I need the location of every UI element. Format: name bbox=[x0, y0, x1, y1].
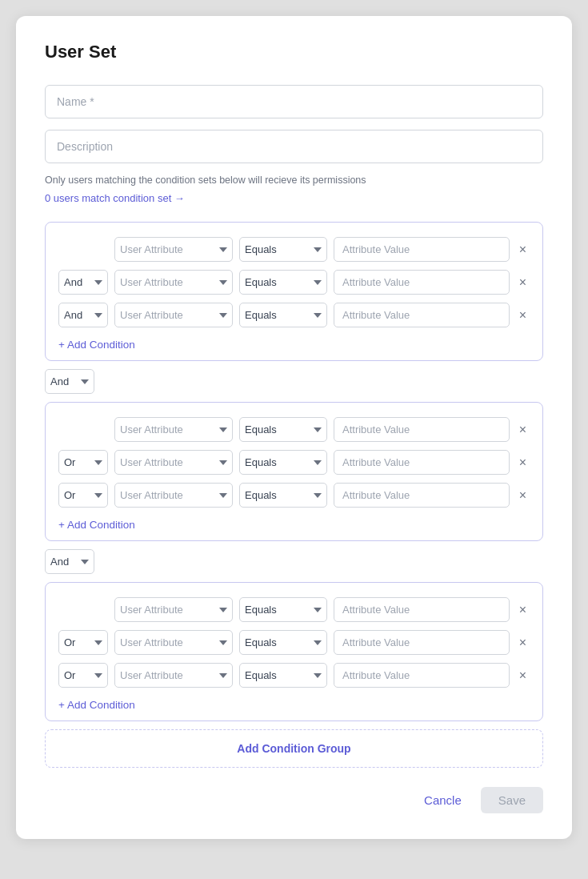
save-button[interactable]: Save bbox=[481, 787, 543, 813]
user-set-card: User Set Only users matching the conditi… bbox=[16, 16, 572, 839]
condition-row: And Or User Attribute Equals × bbox=[58, 270, 530, 295]
name-input[interactable] bbox=[45, 85, 543, 118]
value-input[interactable] bbox=[334, 303, 510, 327]
logic-select[interactable]: And Or bbox=[58, 303, 108, 327]
value-input[interactable] bbox=[334, 630, 510, 655]
value-input[interactable] bbox=[334, 483, 510, 508]
condition-row: And Or User Attribute Equals × bbox=[58, 303, 530, 327]
condition-row: User Attribute Equals × bbox=[58, 597, 530, 622]
attribute-select[interactable]: User Attribute bbox=[114, 597, 233, 622]
value-input[interactable] bbox=[334, 663, 510, 688]
remove-condition-button[interactable]: × bbox=[516, 422, 530, 438]
logic-select[interactable]: Or And bbox=[58, 450, 108, 475]
attribute-select[interactable]: User Attribute bbox=[114, 450, 233, 475]
cancel-button[interactable]: Cancle bbox=[414, 787, 471, 813]
attribute-select[interactable]: User Attribute bbox=[114, 237, 233, 262]
condition-row: User Attribute Equals × bbox=[58, 417, 530, 442]
remove-condition-button[interactable]: × bbox=[516, 455, 530, 471]
between-groups-2: And Or bbox=[45, 549, 543, 574]
between-groups-1: And Or bbox=[45, 369, 543, 394]
logic-select[interactable]: Or And bbox=[58, 483, 108, 508]
add-condition-group-box[interactable]: Add Condition Group bbox=[45, 729, 543, 768]
condition-groups: User Attribute Equals × And Or User Attr… bbox=[45, 222, 543, 768]
value-input[interactable] bbox=[334, 270, 510, 295]
remove-condition-button[interactable]: × bbox=[516, 635, 530, 651]
match-link[interactable]: 0 users match condition set → bbox=[45, 192, 185, 204]
add-condition-group-button[interactable]: Add Condition Group bbox=[57, 742, 531, 755]
value-input[interactable] bbox=[334, 597, 510, 622]
helper-text: Only users matching the condition sets b… bbox=[45, 175, 543, 186]
condition-row: User Attribute Equals × bbox=[58, 237, 530, 262]
operator-select[interactable]: Equals bbox=[239, 270, 327, 295]
operator-select[interactable]: Equals bbox=[239, 303, 327, 327]
remove-condition-button[interactable]: × bbox=[516, 275, 530, 291]
operator-select[interactable]: Equals bbox=[239, 663, 327, 688]
between-logic-select[interactable]: And Or bbox=[45, 549, 94, 574]
remove-condition-button[interactable]: × bbox=[516, 242, 530, 258]
attribute-select[interactable]: User Attribute bbox=[114, 483, 233, 508]
condition-row: Or And User Attribute Equals × bbox=[58, 483, 530, 508]
remove-condition-button[interactable]: × bbox=[516, 488, 530, 504]
between-logic-select[interactable]: And Or bbox=[45, 369, 94, 394]
attribute-select[interactable]: User Attribute bbox=[114, 663, 233, 688]
attribute-select[interactable]: User Attribute bbox=[114, 630, 233, 655]
condition-group-3: User Attribute Equals × Or And User Attr… bbox=[45, 582, 543, 721]
logic-select[interactable]: Or And bbox=[58, 663, 108, 688]
condition-group-1: User Attribute Equals × And Or User Attr… bbox=[45, 222, 543, 361]
add-condition-button[interactable]: + Add Condition bbox=[58, 516, 135, 531]
description-input[interactable] bbox=[45, 130, 543, 163]
condition-group-2: User Attribute Equals × Or And User Attr… bbox=[45, 402, 543, 541]
operator-select[interactable]: Equals bbox=[239, 237, 327, 262]
footer-actions: Cancle Save bbox=[45, 787, 543, 813]
page-title: User Set bbox=[45, 42, 543, 62]
attribute-select[interactable]: User Attribute bbox=[114, 270, 233, 295]
operator-select[interactable]: Equals bbox=[239, 630, 327, 655]
operator-select[interactable]: Equals bbox=[239, 597, 327, 622]
add-condition-button[interactable]: + Add Condition bbox=[58, 696, 135, 711]
remove-condition-button[interactable]: × bbox=[516, 307, 530, 323]
value-input[interactable] bbox=[334, 417, 510, 442]
logic-select[interactable]: And Or bbox=[58, 270, 108, 295]
attribute-select[interactable]: User Attribute bbox=[114, 303, 233, 327]
value-input[interactable] bbox=[334, 450, 510, 475]
remove-condition-button[interactable]: × bbox=[516, 602, 530, 618]
operator-select[interactable]: Equals bbox=[239, 417, 327, 442]
attribute-select[interactable]: User Attribute bbox=[114, 417, 233, 442]
condition-row: Or And User Attribute Equals × bbox=[58, 663, 530, 688]
logic-select[interactable]: Or And bbox=[58, 630, 108, 655]
condition-row: Or And User Attribute Equals × bbox=[58, 630, 530, 655]
value-input[interactable] bbox=[334, 237, 510, 262]
condition-row: Or And User Attribute Equals × bbox=[58, 450, 530, 475]
add-condition-button[interactable]: + Add Condition bbox=[58, 335, 135, 351]
operator-select[interactable]: Equals bbox=[239, 450, 327, 475]
operator-select[interactable]: Equals bbox=[239, 483, 327, 508]
remove-condition-button[interactable]: × bbox=[516, 668, 530, 684]
